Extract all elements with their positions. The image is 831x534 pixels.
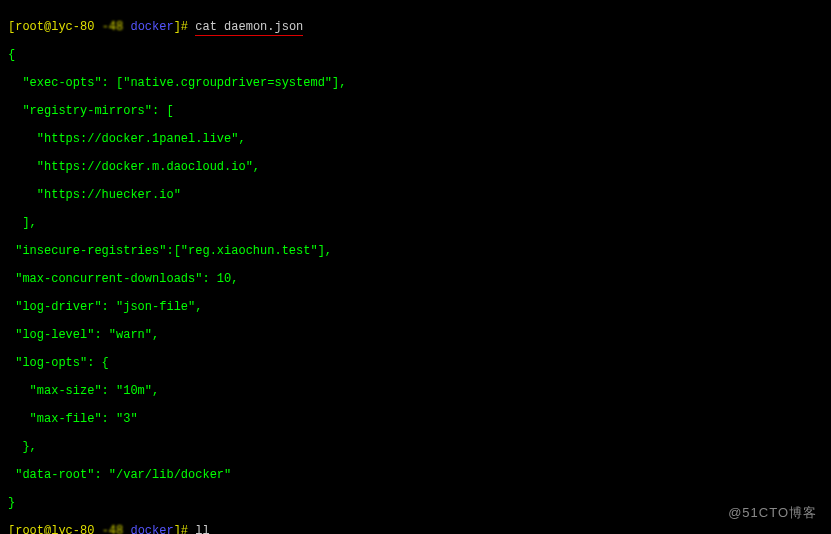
cmd-ll: ll bbox=[195, 524, 209, 534]
terminal[interactable]: [root@lyc-80 -48 docker]# cat daemon.jso… bbox=[8, 6, 825, 534]
json-output: { bbox=[8, 48, 825, 62]
cmd-cat: cat daemon.json bbox=[195, 20, 303, 36]
prompt-line[interactable]: [root@lyc-80 -48 docker]# ll bbox=[8, 524, 825, 534]
prompt-line[interactable]: [root@lyc-80 -48 docker]# cat daemon.jso… bbox=[8, 20, 825, 34]
watermark: @51CTO博客 bbox=[728, 506, 817, 520]
